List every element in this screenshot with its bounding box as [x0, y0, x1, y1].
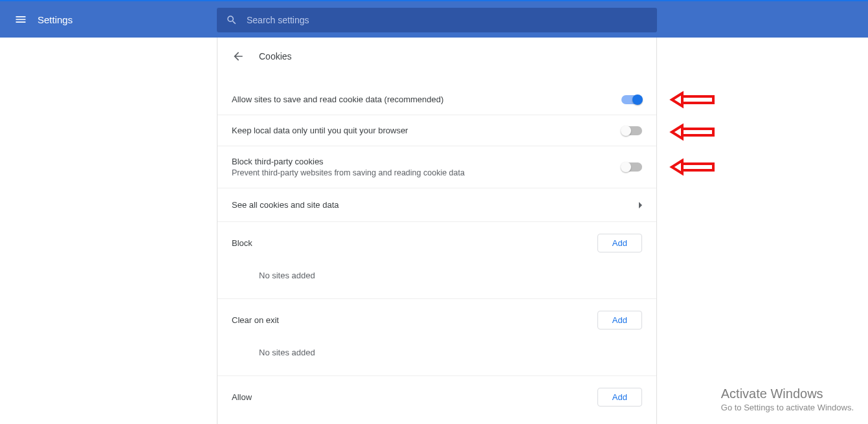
add-block-button[interactable]: Add: [597, 234, 642, 252]
section-clear-on-exit: Clear on exit Add No sites added: [217, 298, 656, 375]
section-block-title: Block: [232, 238, 252, 248]
row-keep-local: Keep local data only until you quit your…: [217, 115, 656, 146]
label-block-third-party: Block third-party cookies: [232, 157, 465, 166]
section-block-empty: No sites added: [232, 252, 642, 298]
search-input[interactable]: [247, 15, 657, 25]
label-allow-cookies: Allow sites to save and read cookie data…: [232, 95, 443, 104]
section-allow-title: Allow: [232, 392, 252, 402]
toggle-keep-local[interactable]: [621, 126, 642, 135]
page-title: Cookies: [259, 51, 292, 61]
app-header: Settings: [0, 1, 868, 38]
section-allow-empty: No sites added: [232, 407, 642, 424]
add-allow-button[interactable]: Add: [597, 388, 642, 407]
row-block-third-party: Block third-party cookies Prevent third-…: [217, 146, 656, 188]
label-see-all-cookies: See all cookies and site data: [232, 200, 339, 210]
toggle-block-third-party[interactable]: [621, 162, 642, 172]
search-box[interactable]: [217, 8, 657, 32]
page-header: Cookies: [217, 38, 656, 75]
menu-button[interactable]: [5, 13, 36, 26]
page-body: Cookies Allow sites to save and read coo…: [0, 38, 868, 424]
row-allow-cookies: Allow sites to save and read cookie data…: [217, 75, 656, 115]
search-icon: [226, 14, 238, 26]
app-title: Settings: [38, 14, 72, 25]
annotation-arrow-1: [669, 91, 716, 109]
section-allow: Allow Add No sites added: [217, 375, 656, 424]
label-keep-local: Keep local data only until you quit your…: [232, 126, 408, 135]
annotation-arrow-3: [669, 158, 716, 176]
section-clear-exit-title: Clear on exit: [232, 315, 279, 325]
toggle-allow-cookies[interactable]: [621, 95, 642, 104]
section-block: Block Add No sites added: [217, 221, 656, 298]
add-clear-exit-button[interactable]: Add: [597, 311, 642, 329]
settings-panel: Cookies Allow sites to save and read coo…: [217, 38, 657, 424]
annotation-arrow-2: [669, 123, 716, 141]
row-see-all-cookies[interactable]: See all cookies and site data: [217, 188, 656, 221]
back-button[interactable]: [232, 50, 245, 63]
chevron-right-icon: [639, 202, 642, 208]
sublabel-block-third-party: Prevent third-party websites from saving…: [232, 168, 465, 177]
section-clear-exit-empty: No sites added: [232, 329, 642, 375]
menu-icon: [14, 13, 27, 26]
arrow-left-icon: [232, 50, 245, 63]
